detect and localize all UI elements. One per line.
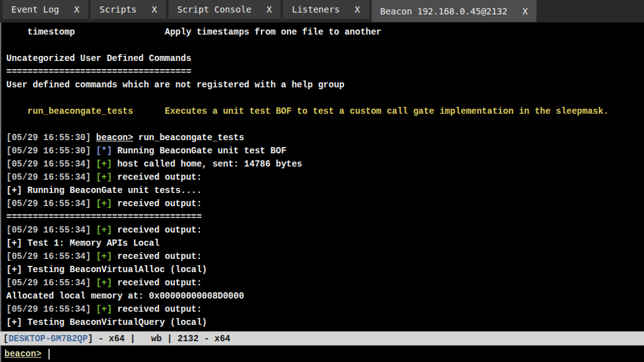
tab-close-icon[interactable]: X: [267, 4, 272, 14]
console-text-segment: Uncategorized User Defined Commands: [6, 53, 191, 63]
command-input[interactable]: beacon>: [0, 346, 644, 362]
console-text-segment: [+] Testing BeaconVirtualQuery (local): [6, 317, 207, 327]
console-text-segment: [05/29 16:55:34]: [6, 225, 96, 235]
console-line: [+] Testing BeaconVirtualQuery (local): [6, 316, 644, 329]
tab-close-icon[interactable]: X: [355, 4, 360, 14]
console-line: User defined commands which are not regi…: [6, 79, 644, 92]
console-line: [05/29 16:55:34] [+] received output:: [6, 303, 644, 316]
console-text-segment: [+]: [96, 251, 112, 261]
console-text-segment: timestomp Apply timestamps from one file…: [6, 27, 382, 37]
console-line: [+] Testing BeaconVirtualAlloc (local): [6, 263, 644, 277]
console-text-segment: received output:: [112, 304, 202, 314]
text-cursor: [48, 349, 50, 359]
console-text-segment: [05/29 16:55:34]: [6, 251, 96, 261]
console-text-segment: received output:: [112, 172, 202, 182]
console-line: Uncategorized User Defined Commands: [6, 52, 644, 65]
console-text-segment: [+]: [96, 278, 112, 288]
tab-close-icon[interactable]: X: [152, 4, 157, 14]
console-text-segment: [+] Running BeaconGate unit tests....: [6, 185, 202, 195]
console-line: [6, 118, 644, 131]
tab-listeners[interactable]: ListenersX: [283, 0, 369, 19]
console-text-segment: [05/29 16:55:34]: [6, 304, 96, 314]
console-line: [+] Running BeaconGate unit tests....: [6, 184, 644, 197]
tab-label: Script Console: [177, 4, 252, 14]
tab-beacon-session[interactable]: Beacon 192.168.0.45@2132X: [372, 0, 537, 22]
console-text-segment: received output:: [112, 251, 202, 261]
beacon-console-window: Event LogXScriptsXScript ConsoleXListene…: [0, 0, 644, 362]
console-text-segment: [+]: [96, 225, 112, 235]
console-line: [05/29 16:55:34] [+] received output:: [6, 277, 644, 290]
console-text-segment: [+]: [96, 172, 112, 182]
console-line: timestomp Apply timestamps from one file…: [6, 26, 644, 39]
console-line: ===================================: [6, 65, 644, 79]
console-line: [05/29 16:55:34] [+] received output:: [6, 250, 644, 263]
console-line: [05/29 16:55:34] [+] received output:: [6, 171, 644, 184]
console-text-segment: [+]: [96, 159, 112, 169]
console-text-segment: [05/29 16:55:30]: [6, 133, 96, 143]
console-text-segment: [*]: [96, 146, 112, 156]
console-line: =====================================: [6, 211, 644, 224]
console-text-segment: [05/29 16:55:30]: [6, 146, 96, 156]
console-line: Allocated local memory at: 0x00000000008…: [6, 290, 644, 303]
console-text-segment: received output:: [112, 199, 202, 209]
tab-label: Listeners: [292, 4, 340, 14]
tab-close-icon[interactable]: X: [74, 4, 79, 14]
console-line: [05/29 16:55:34] [+] received output:: [6, 224, 644, 237]
tab-event-log[interactable]: Event LogX: [3, 0, 88, 19]
console-line: [6, 39, 644, 52]
console-text-segment: [05/29 16:55:34]: [6, 159, 96, 169]
tab-close-icon[interactable]: X: [523, 6, 528, 16]
console-output[interactable]: timestomp Apply timestamps from one file…: [0, 23, 644, 331]
console-text-segment: host called home, sent: 14786 bytes: [112, 159, 302, 169]
console-line: [+] Test 1: Memory APIs Local: [6, 237, 644, 250]
console-text-segment: [+]: [96, 199, 112, 209]
console-text-segment: run_beacongate_tests: [133, 133, 244, 143]
tab-label: Event Log: [11, 4, 59, 14]
console-text-segment: =====================================: [6, 212, 202, 222]
console-text-segment: beacon>: [96, 133, 133, 143]
console-text-segment: Running BeaconGate unit test BOF: [112, 146, 286, 156]
tab-label: Scripts: [99, 4, 136, 14]
console-text-segment: [05/29 16:55:34]: [6, 199, 96, 209]
status-bracket: [: [3, 334, 8, 344]
tab-label: Beacon 192.168.0.45@2132: [380, 6, 508, 16]
console-line: [05/29 16:55:30] [*] Running BeaconGate …: [6, 145, 644, 158]
status-bar: [DESKTOP-GM7B2QP] - x64 | wb | 2132 - x6…: [0, 331, 644, 346]
status-hostname: DESKTOP-GM7B2QP: [8, 334, 87, 344]
console-text-segment: User defined commands which are not regi…: [6, 80, 345, 90]
console-text-segment: Allocated local memory at: 0x00000000008…: [6, 291, 244, 301]
console-text-segment: [05/29 16:55:34]: [6, 278, 96, 288]
console-text-segment: ===================================: [6, 67, 191, 77]
console-text-segment: received output:: [112, 278, 202, 288]
console-text-segment: run_beacongate_tests Executes a unit tes…: [6, 106, 609, 116]
console-line: [05/29 16:55:34] [+] received output:: [6, 197, 644, 211]
console-text-segment: received output:: [112, 225, 202, 235]
console-line: [6, 92, 644, 105]
status-session-info: ] - x64 | wb | 2132 - x64: [87, 334, 230, 344]
console-text-segment: [+] Testing BeaconVirtualAlloc (local): [6, 265, 207, 275]
console-text-segment: [05/29 16:55:34]: [6, 172, 96, 182]
tab-scripts[interactable]: ScriptsX: [91, 0, 165, 19]
console-text-segment: [+] Test 1: Memory APIs Local: [6, 238, 160, 248]
tab-script-console[interactable]: Script ConsoleX: [169, 0, 280, 19]
console-text-segment: [+]: [96, 304, 112, 314]
beacon-prompt: beacon>: [4, 349, 42, 359]
console-line: run_beacongate_tests Executes a unit tes…: [6, 105, 644, 118]
console-line: [05/29 16:55:30] beacon> run_beacongate_…: [6, 131, 644, 145]
console-line: [05/29 16:55:34] [+] host called home, s…: [6, 158, 644, 171]
tab-bar: Event LogXScriptsXScript ConsoleXListene…: [0, 0, 644, 23]
